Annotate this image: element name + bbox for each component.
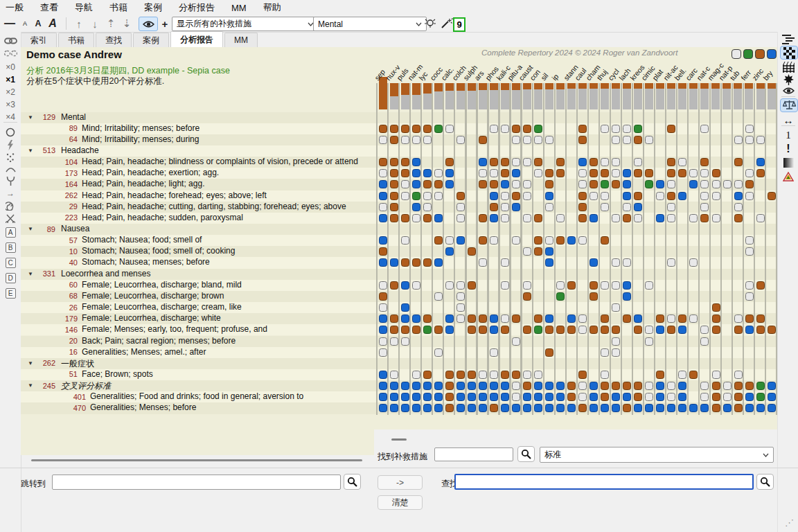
menu-navigate[interactable]: 导航 <box>75 1 93 14</box>
symptom-group-row[interactable]: ▼89Nausea <box>21 224 378 235</box>
class-e-button[interactable]: E <box>1 287 19 299</box>
x1-button[interactable]: ×1 <box>1 73 19 86</box>
jump-to-search-button[interactable] <box>344 474 361 490</box>
symptom-label[interactable]: Female; Menses; early, too, frequent; pr… <box>82 324 267 334</box>
symptom-group-row[interactable]: ▼129Mental <box>21 112 378 123</box>
class-b-button[interactable]: B <box>1 241 19 254</box>
menu-mm[interactable]: MM <box>231 3 247 13</box>
symptom-label[interactable]: Female; Leucorrhea, discharge; cream, li… <box>82 302 242 312</box>
symptom-label[interactable]: Mind; Irritability; menses; during <box>82 134 199 144</box>
eye-icon[interactable] <box>779 85 797 97</box>
symptom-label[interactable]: Generalities; Menses; before <box>90 402 196 412</box>
symptom-label[interactable]: Back; Pain; sacral region; menses; befor… <box>82 336 236 346</box>
symptom-row[interactable]: 470Generalities; Menses; before <box>21 402 378 414</box>
add-symptom-button[interactable]: + <box>159 15 170 32</box>
exclamation-icon[interactable]: ! <box>779 143 797 155</box>
show-symptoms-eye-button[interactable] <box>139 17 158 31</box>
tab-find[interactable]: 查找 <box>96 33 132 47</box>
symptom-row[interactable]: 64Mind; Irritability; menses; during <box>21 134 378 145</box>
find-remedy-search-button[interactable] <box>517 446 535 462</box>
menu-case[interactable]: 案例 <box>144 1 162 14</box>
group-label[interactable]: 交叉评分标准 <box>61 380 111 391</box>
symptom-label[interactable]: Head; Pain, headache; forehead; eyes; ab… <box>82 190 267 200</box>
x2-button[interactable]: ×2 <box>1 86 19 98</box>
spiral-icon[interactable] <box>1 200 19 212</box>
group-label[interactable]: 一般症状 <box>61 358 94 369</box>
magic-wand-icon[interactable] <box>439 15 454 32</box>
group-label[interactable]: Mental <box>61 112 86 122</box>
link-icon[interactable] <box>1 35 19 47</box>
font-size-medium-button[interactable]: A <box>32 15 44 32</box>
symptom-row[interactable]: 60Female; Leucorrhea, discharge; bland, … <box>21 280 378 291</box>
group-label[interactable]: Loecorrhea and menses <box>61 269 150 278</box>
symptom-label[interactable]: Female; Leucorrhea, discharge; bland, mi… <box>82 280 242 290</box>
symptom-row[interactable]: 262Head; Pain, headache; forehead; eyes;… <box>21 190 378 202</box>
symptom-row[interactable]: 401Generalities; Food and drinks; food i… <box>21 391 378 402</box>
symptom-label[interactable]: Stomach; Nausea; food; smell of; cooking <box>82 246 235 256</box>
symptom-row[interactable]: 223Head; Pain, headache; sudden, paroxys… <box>21 213 378 224</box>
symptom-group-row[interactable]: ▼513Headache <box>21 145 378 157</box>
menu-analysis[interactable]: 分析报告 <box>179 1 215 14</box>
menu-view[interactable]: 查看 <box>40 1 58 14</box>
symptom-row[interactable]: 89Mind; Irritability; menses; before <box>21 123 378 134</box>
symptom-row[interactable]: 179Female; Leucorrhea, discharge; white <box>21 313 378 324</box>
symptom-group-row[interactable]: ▼262一般症状 <box>21 358 378 369</box>
list-view-icon[interactable] <box>779 33 797 46</box>
find-remedy-input[interactable] <box>434 447 513 461</box>
class-c-button[interactable]: C <box>1 256 19 269</box>
x3-button[interactable]: ×3 <box>1 98 19 111</box>
menu-general[interactable]: 一般 <box>6 1 24 14</box>
remedy-filter-dropdown[interactable]: 显示所有的补救措施 <box>172 17 319 31</box>
scissors-icon[interactable] <box>1 212 19 224</box>
symptom-group-row[interactable]: ▼331Loecorrhea and menses <box>21 269 378 280</box>
symptom-row[interactable]: 57Stomach; Nausea; food; smell of <box>21 235 378 246</box>
symptom-row[interactable]: 29Head; Pain, headache; cutting, darting… <box>21 202 378 213</box>
dots-icon[interactable] <box>1 151 19 163</box>
clear-button[interactable]: 清楚 <box>378 495 423 510</box>
prism-icon[interactable] <box>779 170 797 183</box>
tab-mm[interactable]: MM <box>224 33 258 47</box>
zoom-out-button[interactable]: — <box>3 15 17 32</box>
symptom-group-dropdown[interactable]: Mental <box>313 17 427 31</box>
font-size-large-button[interactable]: A <box>46 15 60 32</box>
symptom-row[interactable]: 104Head; Pain, headache; blindness or co… <box>21 157 378 168</box>
symptom-label[interactable]: Female; Leucorrhea, discharge; white <box>82 313 221 323</box>
symptom-row[interactable]: 68Female; Leucorrhea, discharge; brown <box>21 291 378 302</box>
lightning-icon[interactable] <box>1 139 19 151</box>
find-search-button[interactable] <box>756 474 774 490</box>
symptom-row[interactable]: 40Stomach; Nausea; menses; before <box>21 257 378 268</box>
symptom-row[interactable]: 51Face; Brown; spots <box>21 369 378 380</box>
arrow-right-icon[interactable]: → <box>1 187 19 200</box>
circle-icon[interactable] <box>1 126 19 139</box>
symptom-label[interactable]: Head; Pain, headache; blindness or compl… <box>82 157 358 166</box>
symptom-row[interactable]: 10Stomach; Nausea; food; smell of; cooki… <box>21 246 378 257</box>
gradient-icon[interactable] <box>779 157 797 169</box>
group-label[interactable]: Nausea <box>61 224 89 233</box>
fork-icon[interactable] <box>1 175 19 187</box>
tab-book[interactable]: 书籍 <box>58 33 94 47</box>
standard-dropdown[interactable]: 标准 <box>540 447 774 463</box>
tab-index[interactable]: 索引 <box>21 33 57 47</box>
unlink-icon[interactable] <box>1 47 19 60</box>
class-a-button[interactable]: A <box>1 226 19 238</box>
move-top-icon[interactable]: ⇡ <box>104 15 118 32</box>
symptom-label[interactable]: Generalities; Menses; amel.; after <box>82 347 206 357</box>
scales-icon[interactable] <box>780 98 798 112</box>
symptom-label[interactable]: Generalities; Food and drinks; food in g… <box>90 391 303 401</box>
symptom-row[interactable]: 16Generalities; Menses; amel.; after <box>21 347 378 358</box>
resize-horizontal-icon[interactable]: ↔ <box>779 114 797 126</box>
grid-view-icon[interactable] <box>780 46 798 60</box>
move-down-icon[interactable]: ↓ <box>88 15 102 32</box>
symptom-row[interactable]: 20Back; Pain; sacral region; menses; bef… <box>21 336 378 347</box>
move-up-icon[interactable]: ↑ <box>72 15 86 32</box>
tab-case[interactable]: 案例 <box>133 33 169 47</box>
symptom-label[interactable]: Female; Leucorrhea, discharge; brown <box>82 291 224 301</box>
symptom-row[interactable]: 164Head; Pain, headache; light; agg. <box>21 179 378 190</box>
tab-analysis[interactable]: 分析报告 <box>170 31 223 47</box>
symptom-label[interactable]: Head; Pain, headache; cutting, darting, … <box>82 202 346 211</box>
symptom-label[interactable]: Stomach; Nausea; food; smell of <box>82 235 202 245</box>
jump-to-input[interactable] <box>52 475 341 490</box>
symptom-label[interactable]: Face; Brown; spots <box>82 369 153 379</box>
symptom-row[interactable]: 173Head; Pain, headache; exertion; agg. <box>21 168 378 179</box>
symptom-row[interactable]: 26Female; Leucorrhea, discharge; cream, … <box>21 302 378 313</box>
